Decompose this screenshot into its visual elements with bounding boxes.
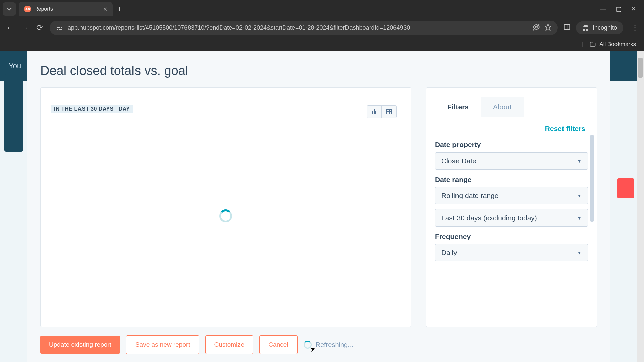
update-report-button[interactable]: Update existing report (40, 336, 120, 354)
maximize-icon[interactable]: ▢ (616, 5, 622, 13)
page-scrollbar[interactable] (637, 51, 644, 362)
select-date-property[interactable]: Close Date ▼ (435, 152, 588, 170)
folder-icon (589, 41, 596, 48)
all-bookmarks-button[interactable]: All Bookmarks (599, 41, 636, 48)
incognito-badge[interactable]: Incognito (576, 21, 623, 34)
tab-title: Reports (34, 6, 100, 12)
sidepanel-icon[interactable] (563, 23, 571, 32)
chart-view-button[interactable] (367, 106, 382, 118)
chart-view-toggle (367, 105, 397, 118)
address-bar: ← → ⟳ app.hubspot.com/reports-list/45105… (0, 18, 644, 38)
select-date-range-value: Rolling date range (441, 192, 498, 200)
tab-about[interactable]: About (481, 97, 524, 117)
star-icon[interactable] (544, 23, 552, 33)
back-button[interactable]: ← (5, 23, 15, 33)
chevron-down-icon: ▼ (577, 250, 582, 255)
select-frequency[interactable]: Daily ▼ (435, 244, 588, 261)
bg-header-text: You (9, 62, 21, 70)
app-viewport: You Deal closed totals vs. goal IN THE L… (0, 51, 644, 362)
table-icon (386, 109, 392, 114)
kebab-menu-icon[interactable]: ⋮ (631, 23, 639, 32)
window-controls: — ▢ ✕ (600, 5, 644, 13)
spinner-icon (219, 209, 232, 222)
svg-rect-1 (60, 26, 62, 26)
tab-bar: Reports × + — ▢ ✕ (0, 0, 644, 18)
select-date-range-type[interactable]: Rolling date range ▼ (435, 187, 588, 204)
label-date-property: Date property (435, 141, 588, 149)
incognito-icon (582, 24, 589, 32)
minimize-icon[interactable]: — (600, 5, 606, 13)
chart-panel: IN THE LAST 30 DAYS | DAY (40, 87, 411, 327)
table-view-button[interactable] (382, 106, 396, 118)
chevron-down-icon: ▼ (577, 193, 582, 198)
chevron-down-icon: ▼ (577, 215, 582, 221)
close-window-icon[interactable]: ✕ (631, 5, 636, 13)
customize-button[interactable]: Customize (205, 335, 254, 354)
report-modal: Deal closed totals vs. goal IN THE LAST … (27, 51, 610, 362)
filter-scroll-area: Date property Close Date ▼ Date range Ro… (435, 135, 597, 318)
filters-scrollbar[interactable] (590, 135, 594, 222)
chevron-down-icon (7, 6, 12, 12)
filter-tabs: Filters About (435, 97, 524, 117)
save-as-new-button[interactable]: Save as new report (126, 335, 199, 354)
spinner-icon (304, 341, 312, 349)
site-settings-icon[interactable] (56, 24, 64, 32)
reload-button[interactable]: ⟳ (35, 23, 44, 33)
forward-button[interactable]: → (20, 23, 30, 33)
new-tab-button[interactable]: + (117, 5, 122, 13)
tab-filters[interactable]: Filters (435, 97, 481, 117)
svg-rect-2 (57, 27, 60, 28)
svg-rect-3 (61, 27, 62, 28)
close-icon[interactable]: × (103, 5, 107, 13)
tab-search-dropdown[interactable] (3, 2, 16, 16)
filters-panel: Filters About Reset filters Date propert… (426, 87, 597, 327)
incognito-label: Incognito (593, 24, 617, 32)
browser-tab[interactable]: Reports × (19, 2, 113, 16)
select-date-range-preset[interactable]: Last 30 days (excluding today) ▼ (435, 209, 588, 227)
bg-sidebar-panel (4, 74, 23, 152)
refreshing-status: Refreshing... ➤ (304, 341, 354, 349)
select-date-property-value: Close Date (441, 157, 476, 165)
eye-off-icon[interactable] (532, 23, 540, 33)
svg-marker-8 (545, 24, 551, 30)
url-bar[interactable]: app.hubspot.com/reports-list/45105500/10… (50, 21, 558, 35)
url-text: app.hubspot.com/reports-list/45105500/10… (68, 24, 528, 32)
select-date-range-preset-value: Last 30 days (excluding today) (441, 214, 537, 222)
browser-chrome: Reports × + — ▢ ✕ ← → ⟳ app.hubspot.com/… (0, 0, 644, 51)
bg-alert-box (617, 178, 634, 198)
label-frequency: Frequency (435, 233, 588, 241)
bar-chart-icon (372, 109, 376, 114)
modal-footer: Update existing report Save as new repor… (40, 327, 597, 362)
svg-rect-9 (564, 25, 570, 30)
bookmarks-bar: | All Bookmarks (0, 38, 644, 51)
select-frequency-value: Daily (441, 249, 457, 257)
chart-range-badge: IN THE LAST 30 DAYS | DAY (51, 105, 133, 113)
chart-loading (51, 113, 400, 318)
svg-rect-0 (57, 26, 59, 26)
bookmarks-divider: | (582, 41, 583, 48)
label-date-range: Date range (435, 176, 588, 184)
reset-filters-link[interactable]: Reset filters (435, 117, 597, 135)
cancel-button[interactable]: Cancel (259, 335, 297, 354)
modal-title: Deal closed totals vs. goal (40, 64, 597, 78)
chevron-down-icon: ▼ (577, 158, 582, 164)
svg-rect-5 (59, 29, 62, 30)
svg-rect-4 (57, 29, 58, 30)
hubspot-favicon (24, 6, 31, 12)
refreshing-text: Refreshing... (316, 341, 354, 349)
